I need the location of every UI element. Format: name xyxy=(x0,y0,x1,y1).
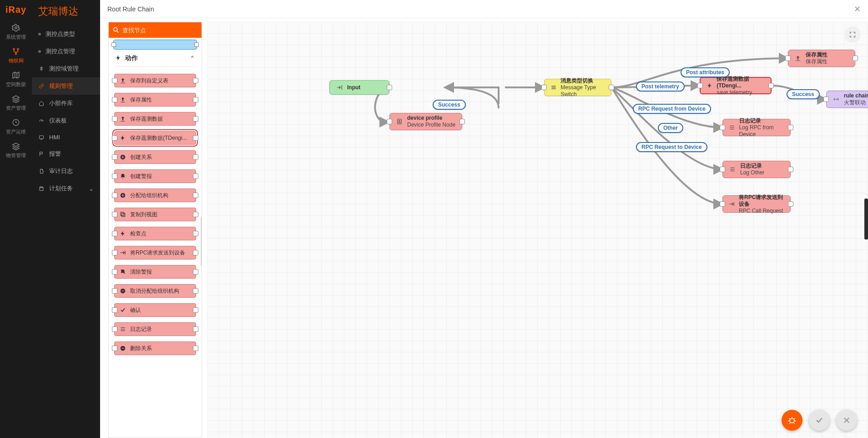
node-device-profile[interactable]: device profileDevice Profile Node xyxy=(389,113,462,130)
node-log-other[interactable]: 日志记录Log Other xyxy=(722,161,791,178)
node-log-rpc[interactable]: 日志记录Log RPC from Device xyxy=(722,119,791,136)
port-out[interactable] xyxy=(609,85,614,90)
menu-rule-mgmt[interactable]: 规则管理 xyxy=(32,77,100,95)
upload-icon xyxy=(794,54,802,62)
nav-assets[interactable]: 资产管理 xyxy=(0,91,32,114)
chevron-up-icon: ⌃ xyxy=(190,55,195,62)
apply-button[interactable] xyxy=(809,410,830,431)
minus-icon xyxy=(119,287,126,295)
svg-point-3 xyxy=(15,53,17,55)
edge-label-rpc-from-device[interactable]: RPC Request from Device xyxy=(633,104,711,114)
menu-schedule[interactable]: 计划任务⌄ xyxy=(32,180,100,197)
window-scrollbar[interactable] xyxy=(864,199,868,239)
svg-point-1 xyxy=(13,48,15,50)
fullscreen-button[interactable] xyxy=(844,26,861,43)
screen-icon xyxy=(38,134,45,141)
nav-iot[interactable]: 物联网 xyxy=(0,43,32,67)
edge-label-post-attributes[interactable]: Post attributes xyxy=(681,67,730,77)
svg-point-16 xyxy=(399,121,400,122)
palette-node-checkpoint[interactable]: 检查点 xyxy=(114,227,196,240)
port-in[interactable] xyxy=(720,167,725,172)
debug-button[interactable] xyxy=(782,410,802,431)
bolt-icon xyxy=(119,134,126,142)
layers-icon xyxy=(11,142,20,151)
secondary-nav: 艾瑞博达 测控点类型 测控点管理 测控域管理 规则管理 小部件库 仪表板 HMI… xyxy=(32,0,100,438)
port-out[interactable] xyxy=(459,119,465,124)
port-in[interactable] xyxy=(720,125,725,130)
nav-spatial[interactable]: 空间数据 xyxy=(0,67,32,91)
port-in[interactable] xyxy=(823,97,829,102)
palette-node-delete-relation[interactable]: 删除关系 xyxy=(114,341,196,355)
bell-off-icon xyxy=(119,268,126,275)
port-in[interactable] xyxy=(720,201,725,207)
port-out[interactable] xyxy=(853,56,858,61)
palette-node-clear-alarm[interactable]: 清除警报 xyxy=(114,265,196,279)
palette-node-assign-org[interactable]: 分配给组织机构 xyxy=(114,188,196,202)
palette-node-save-attrs[interactable]: 保存属性 xyxy=(114,93,196,107)
menu-alarms[interactable]: 报警 xyxy=(32,145,100,163)
svg-point-0 xyxy=(15,27,17,29)
edge-label-rpc-to-device[interactable]: RPC Request to Device xyxy=(636,142,707,152)
palette-node-copy-view[interactable]: 复制到视图 xyxy=(114,208,196,221)
collapse-icon[interactable] xyxy=(202,28,202,32)
palette-node-rpc-to-device[interactable]: 将RPC请求发送到设备 xyxy=(114,246,196,260)
edge-label-other[interactable]: Other xyxy=(658,123,683,133)
port-out[interactable] xyxy=(387,85,392,90)
palette-search-input[interactable] xyxy=(120,27,202,34)
palette-node-save-telemetry[interactable]: 保存遥测数据 xyxy=(114,112,196,126)
menu-hmi[interactable]: HMI xyxy=(32,129,100,145)
menu-dashboard[interactable]: 仪表板 xyxy=(32,112,100,129)
palette-node-ack[interactable]: 确认 xyxy=(114,303,196,317)
palette-section-header[interactable]: 动作 ⌃ xyxy=(109,50,202,66)
bolt-icon xyxy=(115,55,121,62)
menu-audit[interactable]: 审计日志 xyxy=(32,163,100,180)
port-in[interactable] xyxy=(697,83,703,88)
palette-node-log[interactable]: 日志记录 xyxy=(114,322,196,336)
menu-point-mgmt[interactable]: 测控点管理 xyxy=(32,43,100,60)
node-save-telemetry-tdengine[interactable]: 保存遥测数据(TDengi...save telemetry xyxy=(700,77,772,94)
svg-point-2 xyxy=(17,48,19,50)
palette-scrollbar[interactable] xyxy=(201,29,202,419)
nav-materials[interactable]: 物资管理 xyxy=(0,138,32,162)
editor-header: Root Rule Chain ✕ xyxy=(100,0,868,18)
edge-label-success[interactable]: Success xyxy=(433,100,466,110)
node-palette: 动作 ⌃ 保存到自定义表 保存属性 保存遥测数据 保存遥测数据(TDengi..… xyxy=(108,22,202,438)
menu-domain-mgmt[interactable]: 测控域管理 xyxy=(32,60,100,77)
palette-node-create-relation[interactable]: 创建关系 xyxy=(114,150,196,164)
nav-ops[interactable]: 资产运维 xyxy=(0,114,32,138)
close-icon[interactable]: ✕ xyxy=(854,4,861,14)
brand-name: 艾瑞博达 xyxy=(32,0,100,25)
port-out[interactable] xyxy=(788,125,793,130)
port-in[interactable] xyxy=(387,119,392,124)
home-icon xyxy=(38,100,45,107)
palette-node-save-telemetry-tdengine[interactable]: 保存遥测数据(TDengi... xyxy=(114,131,196,145)
divider xyxy=(115,66,195,66)
palette-node-save-custom-table[interactable]: 保存到自定义表 xyxy=(114,74,196,87)
edge-label-success-2[interactable]: Success xyxy=(787,89,820,99)
svg-point-7 xyxy=(114,28,117,31)
palette-node-create-alarm[interactable]: 创建警报 xyxy=(114,169,196,183)
node-save-attrs[interactable]: 保存属性保存属性 xyxy=(788,50,855,67)
menu-point-types[interactable]: 测控点类型 xyxy=(32,25,100,43)
node-rpc-call-request[interactable]: 将RPC请求发送到设备RPC Call Request xyxy=(722,195,791,213)
port-in[interactable] xyxy=(785,56,791,61)
rule-chain-canvas[interactable]: Input device profileDevice Profile Node … xyxy=(207,22,868,438)
node-msg-type-switch[interactable]: 消息类型切换Message Type Switch xyxy=(544,79,611,96)
port-out[interactable] xyxy=(788,167,793,172)
page-title: Root Rule Chain xyxy=(107,5,154,13)
fork-icon xyxy=(11,47,20,56)
port-in[interactable] xyxy=(541,85,547,90)
bolt-icon xyxy=(119,230,126,237)
palette-prev-group-peek[interactable] xyxy=(113,40,197,50)
bell-icon xyxy=(119,173,126,180)
node-input[interactable]: Input xyxy=(329,80,389,95)
port-out[interactable] xyxy=(788,201,793,207)
node-rule-chain[interactable]: rule chain火警联动 ↳ xyxy=(826,91,868,108)
menu-widgets[interactable]: 小部件库 xyxy=(32,95,100,112)
clock-icon xyxy=(11,118,20,127)
nav-system[interactable]: 系统管理 xyxy=(0,20,32,43)
palette-node-unassign-org[interactable]: 取消分配给组织机构 xyxy=(114,284,196,298)
edge-label-post-telemetry[interactable]: Post telemetry xyxy=(636,81,685,92)
port-out[interactable] xyxy=(768,83,774,88)
discard-button[interactable] xyxy=(836,410,857,431)
